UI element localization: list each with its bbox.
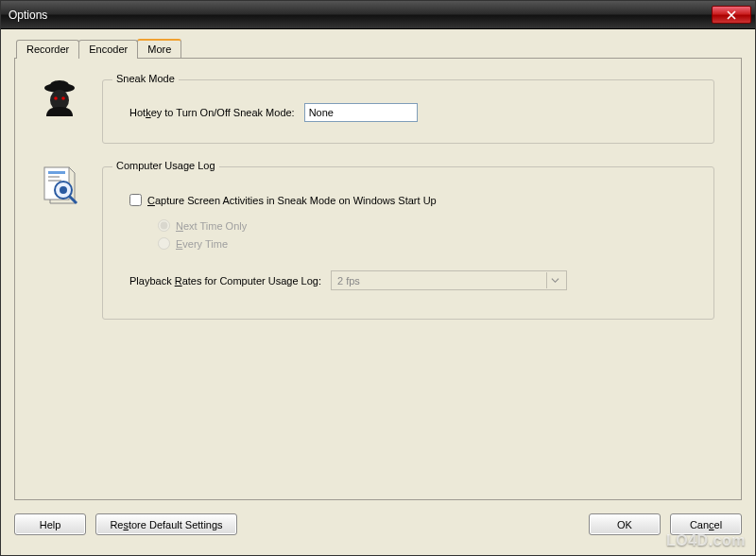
- svg-point-9: [60, 186, 67, 194]
- radio-every-time-label: Every Time: [176, 238, 228, 250]
- button-bar: Help Restore Default Settings OK Cancel: [14, 513, 742, 535]
- ok-button[interactable]: OK: [589, 513, 661, 535]
- tab-panel-more: Sneak Mode Hotkey to Turn On/Off Sneak M…: [14, 58, 742, 500]
- playback-rate-row: Playback Rates for Computer Usage Log: 2…: [129, 270, 696, 290]
- close-icon: [727, 10, 736, 20]
- usage-log-row: Computer Usage Log Capture Screen Activi…: [40, 166, 716, 320]
- tab-recorder[interactable]: Recorder: [16, 40, 79, 59]
- sneak-mode-row: Sneak Mode Hotkey to Turn On/Off Sneak M…: [40, 79, 716, 144]
- usage-log-icon: [40, 166, 79, 206]
- playback-rate-value: 2 fps: [337, 275, 360, 287]
- cancel-button[interactable]: Cancel: [670, 513, 742, 535]
- tab-more[interactable]: More: [137, 39, 181, 58]
- svg-point-2: [54, 96, 58, 100]
- tab-encoder[interactable]: Encoder: [78, 40, 138, 59]
- radio-every-time-row: Every Time: [158, 237, 696, 250]
- capture-checkbox-row: Capture Screen Activities in Sneak Mode …: [129, 194, 696, 206]
- close-button[interactable]: [712, 6, 751, 24]
- radio-next-time: [158, 219, 170, 232]
- sneak-mode-legend: Sneak Mode: [112, 73, 179, 84]
- client-area: Recorder Encoder More Sneak Mode Hotkey …: [1, 29, 755, 556]
- chevron-down-icon: [546, 272, 562, 288]
- playback-rate-label: Playback Rates for Computer Usage Log:: [129, 275, 321, 287]
- restore-defaults-button[interactable]: Restore Default Settings: [95, 513, 237, 535]
- hotkey-label: Hotkey to Turn On/Off Sneak Mode:: [129, 107, 295, 118]
- help-button[interactable]: Help: [14, 513, 86, 535]
- svg-rect-7: [48, 180, 61, 182]
- usage-log-group: Computer Usage Log Capture Screen Activi…: [102, 166, 714, 320]
- svg-point-3: [61, 96, 65, 100]
- title-bar: Options: [1, 1, 755, 29]
- radio-next-time-row: Next Time Only: [158, 219, 696, 232]
- capture-label: Capture Screen Activities in Sneak Mode …: [147, 195, 437, 206]
- tab-strip: Recorder Encoder More: [16, 39, 742, 58]
- svg-rect-5: [48, 171, 65, 174]
- playback-rate-combobox[interactable]: 2 fps: [331, 270, 567, 290]
- sneak-mode-icon: [40, 79, 79, 119]
- usage-log-legend: Computer Usage Log: [112, 160, 219, 171]
- radio-every-time: [158, 237, 170, 250]
- radio-next-time-label: Next Time Only: [176, 220, 247, 232]
- sneak-mode-group: Sneak Mode Hotkey to Turn On/Off Sneak M…: [102, 79, 714, 144]
- capture-checkbox[interactable]: [129, 194, 142, 206]
- hotkey-input[interactable]: [304, 103, 418, 122]
- window-title: Options: [9, 9, 712, 22]
- hotkey-field-row: Hotkey to Turn On/Off Sneak Mode:: [120, 103, 696, 122]
- svg-rect-6: [48, 176, 60, 178]
